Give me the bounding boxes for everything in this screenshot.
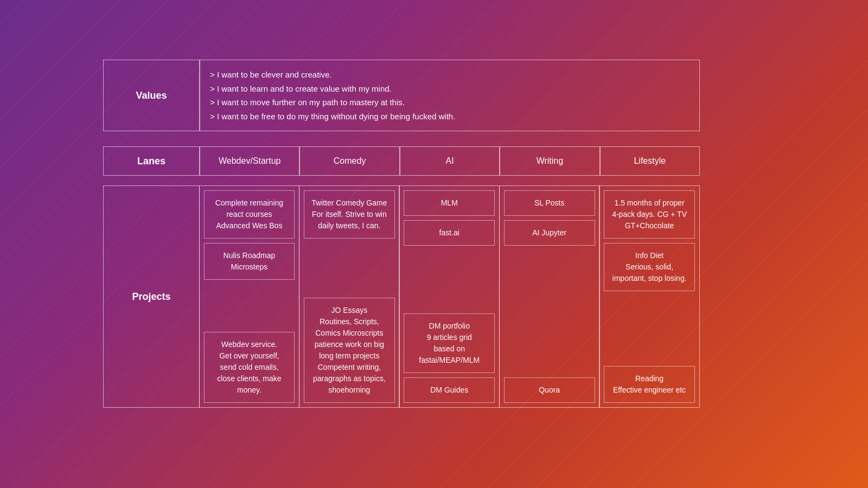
project-col-webdev: Complete remaining react courses Advance… <box>199 185 300 408</box>
project-col-writing: SL PostsAI JupyterQuora <box>499 185 600 408</box>
lane-lifestyle: Lifestyle <box>600 146 700 176</box>
project-card-ai-bottom-0: DM portfolio 9 articles grid based on fa… <box>404 313 495 373</box>
lanes-label: Lanes <box>103 146 200 176</box>
values-row: Values > I want to be clever and creativ… <box>103 60 700 131</box>
project-card-comedy-bottom-0: JO Essays Routines, Scripts, Comics Micr… <box>304 298 395 403</box>
lanes-row: Lanes Webdev/Startup Comedy AI Writing L… <box>103 146 700 176</box>
lane-webdev: Webdev/Startup <box>200 146 299 176</box>
projects-row: Projects Complete remaining react course… <box>103 185 700 408</box>
lane-ai: AI <box>400 146 500 176</box>
project-card-writing-bottom-0: Quora <box>504 377 595 403</box>
project-card-ai-bottom-1: DM Guides <box>404 377 495 403</box>
project-col-ai: MLMfast.aiDM portfolio 9 articles grid b… <box>399 185 500 408</box>
project-card-comedy-top-0: Twitter Comedy Game For itself. Strive t… <box>304 190 395 239</box>
lane-comedy: Comedy <box>299 146 399 176</box>
project-card-webdev-top-1: Nulis Roadmap Microsteps <box>204 243 295 280</box>
project-card-webdev-bottom-0: Webdev service. Get over yourself, send … <box>204 332 295 403</box>
values-label: Values <box>103 60 200 131</box>
project-card-ai-top-1: fast.ai <box>404 220 495 246</box>
project-col-comedy: Twitter Comedy Game For itself. Strive t… <box>299 185 400 408</box>
project-card-lifestyle-top-1: Info Diet Serious, solid, important, sto… <box>604 243 695 291</box>
project-card-writing-top-1: AI Jupyter <box>504 220 595 246</box>
project-card-webdev-top-0: Complete remaining react courses Advance… <box>204 190 295 239</box>
values-line-3: > I want to move further on my path to m… <box>210 95 690 110</box>
projects-columns: Complete remaining react courses Advance… <box>200 185 700 408</box>
project-card-writing-top-0: SL Posts <box>504 190 595 216</box>
projects-label: Projects <box>103 185 200 408</box>
values-content: > I want to be clever and creative. > I … <box>200 60 700 131</box>
project-col-lifestyle: 1.5 months of proper 4-pack days. CG + T… <box>599 185 700 408</box>
project-card-lifestyle-top-0: 1.5 months of proper 4-pack days. CG + T… <box>604 190 695 239</box>
main-container: Values > I want to be clever and creativ… <box>103 60 700 408</box>
lane-writing: Writing <box>500 146 599 176</box>
project-card-lifestyle-bottom-0: Reading Effective engineer etc <box>604 366 695 403</box>
project-card-ai-top-0: MLM <box>404 190 495 216</box>
values-line-1: > I want to be clever and creative. <box>210 68 690 82</box>
values-line-2: > I want to learn and to create value wi… <box>210 82 690 96</box>
values-line-4: > I want to be free to do my thing witho… <box>210 110 690 124</box>
